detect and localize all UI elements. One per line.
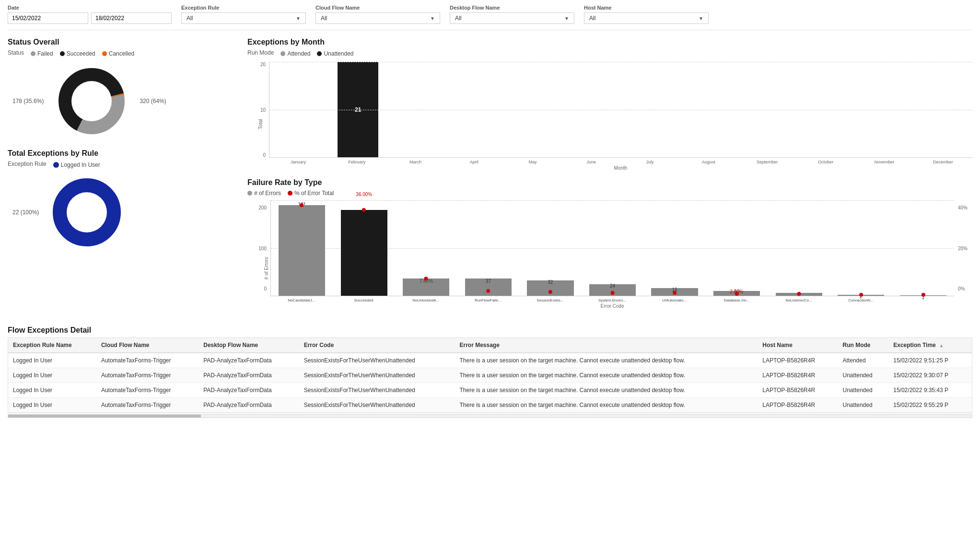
cancelled-dot	[102, 51, 107, 56]
exception-rule-dropdown[interactable]: All ▼	[181, 12, 306, 24]
x-label-april: April	[445, 160, 503, 164]
y-max: 20	[252, 62, 266, 67]
y-zero: 0	[252, 152, 266, 158]
exception-rule-label: Exception Rule	[181, 5, 306, 11]
x-system: System.Enviro...	[581, 298, 643, 302]
bar-no-unlocked: 7.40%	[395, 200, 457, 296]
y-0pct: 0%	[958, 286, 972, 291]
cell-error-code: SessionExistsForTheUserWhenUnattended	[299, 398, 455, 413]
bar-succeeded-rect	[341, 210, 387, 296]
exceptions-table: Exception Rule Name Cloud Flow Name Desk…	[8, 338, 972, 413]
date-from-input[interactable]	[8, 12, 88, 24]
table-header-row: Exception Rule Name Cloud Flow Name Desk…	[8, 338, 972, 353]
host-name-dropdown[interactable]: All ▼	[584, 12, 709, 24]
cell-host-name: LAPTOP-B5826R4R	[758, 353, 838, 368]
desktop-flow-value: All	[455, 15, 461, 22]
bar-chart-inner: Total	[269, 62, 972, 171]
desktop-flow-filter-group: Desktop Flow Name All ▼	[450, 5, 574, 24]
scroll-thumb[interactable]	[8, 415, 201, 417]
cell-exception-rule: Logged In User	[8, 383, 96, 398]
col-cloud-flow[interactable]: Cloud Flow Name	[96, 338, 198, 353]
bar-system-enviro: 24	[582, 200, 644, 296]
host-name-filter-group: Host Name All ▼	[584, 5, 709, 24]
x-label-september: September	[738, 160, 796, 164]
desktop-flow-dropdown[interactable]: All ▼	[450, 12, 574, 24]
sort-icon: ▲	[939, 343, 944, 348]
host-name-value: All	[589, 15, 595, 22]
legend-succeeded-label: Succeeded	[67, 50, 95, 57]
col-exception-time[interactable]: Exception Time ▲	[888, 338, 972, 353]
col-error-message[interactable]: Error Message	[455, 338, 758, 353]
legend-cancelled-label: Cancelled	[109, 50, 134, 57]
y-40pct: 40%	[958, 205, 972, 210]
table-header: Exception Rule Name Cloud Flow Name Desk…	[8, 338, 972, 353]
cloud-flow-dropdown[interactable]: All ▼	[315, 12, 440, 24]
cell-exception-rule: Logged In User	[8, 353, 96, 368]
legend-num-errors: # of Errors	[247, 190, 281, 197]
run-mode-legend: Run Mode Attended Unattended	[247, 49, 972, 58]
cell-exception-rule: Logged In User	[8, 398, 96, 413]
failure-inner-wrapper: # of Errors 191	[270, 200, 954, 309]
exceptions-chart-wrapper: 20 10 0 Total	[252, 62, 972, 171]
cell-cloud-flow: AutomateTaxForms-Trigger	[96, 353, 198, 368]
exceptions-by-month-title: Exceptions by Month	[247, 38, 972, 46]
bar-run-flow: 37	[457, 200, 520, 296]
y-20pct: 20%	[958, 246, 972, 251]
status-legend-label: Status	[8, 49, 24, 56]
chevron-down-icon: ▼	[296, 16, 301, 21]
y-100: 100	[252, 246, 267, 251]
col-desktop-flow[interactable]: Desktop Flow Name	[198, 338, 299, 353]
bar-database-count: 10	[734, 289, 739, 294]
cell-desktop-flow: PAD-AnalyzeTaxFormData	[198, 368, 299, 383]
donut-right-label: 320 (64%)	[140, 98, 166, 104]
cloud-flow-value: All	[321, 15, 327, 22]
legend-pct-error: % of Error Total	[288, 190, 334, 197]
pct-error-dot	[288, 191, 292, 196]
chevron-down-icon: ▼	[699, 16, 703, 21]
cell-error-code: SessionExistsForTheUserWhenUnattended	[299, 383, 455, 398]
exceptions-donut-container: 22 (100%)	[8, 174, 238, 251]
unattended-dot	[317, 51, 322, 56]
cell-desktop-flow: PAD-AnalyzeTaxFormData	[198, 353, 299, 368]
col-host-name[interactable]: Host Name	[758, 338, 838, 353]
legend-logged-in-user-label: Logged In User	[61, 162, 100, 168]
cell-exception-rule: Logged In User	[8, 368, 96, 383]
bar-database: 2.00% 10	[706, 200, 768, 296]
date-to-input[interactable]	[91, 12, 172, 24]
cloud-flow-label: Cloud Flow Name	[315, 5, 440, 11]
x-succeeded: Succeeded	[333, 298, 395, 302]
table-body: Logged In User AutomateTaxForms-Trigger …	[8, 353, 972, 413]
x-no-listener: NoListenerCo...	[768, 298, 830, 302]
x-label-may: May	[503, 160, 562, 164]
dashed-top-line	[269, 62, 972, 62]
failure-chart-wrapper: 200 100 0 40% 20% 0% # of Errors	[252, 200, 972, 309]
status-overall-title: Status Overall	[8, 38, 238, 46]
x-label-february: February	[327, 160, 386, 164]
x-no-candidate: NoCandidateJ...	[270, 298, 333, 302]
failure-rate-section: Failure Rate by Type # of Errors % of Er…	[247, 178, 972, 309]
date-label: Date	[8, 5, 172, 11]
table-row: Logged In User AutomateTaxForms-Trigger …	[8, 383, 972, 398]
y-axis-title: Total	[258, 119, 263, 129]
cell-desktop-flow: PAD-AnalyzeTaxFormData	[198, 383, 299, 398]
bar-no-unlocked-pct: 7.40%	[420, 278, 433, 284]
horizontal-scrollbar[interactable]	[8, 414, 972, 418]
failure-bar-area: 191 36.00% 180	[270, 200, 954, 296]
failed-dot	[31, 51, 35, 56]
filter-bar: Date Exception Rule All ▼ Cloud Flow Nam…	[8, 5, 972, 30]
cell-error-message: There is a user session on the target ma…	[455, 398, 758, 413]
exceptions-donut-svg	[48, 174, 125, 251]
donut-left-label: 178 (35.6%)	[12, 98, 44, 104]
col-error-code[interactable]: Error Code	[299, 338, 455, 353]
dashboard: Date Exception Rule All ▼ Cloud Flow Nam…	[0, 0, 980, 545]
bar-ui-automation: 16	[643, 200, 706, 296]
exceptions-table-container: Exception Rule Name Cloud Flow Name Desk…	[8, 337, 972, 413]
pct-error-label: % of Error Total	[294, 190, 334, 197]
col-exception-rule[interactable]: Exception Rule Name	[8, 338, 96, 353]
svg-point-5	[67, 192, 107, 232]
cell-exception-time: 15/02/2022 9:51:25 P	[888, 353, 972, 368]
flow-exceptions-title: Flow Exceptions Detail	[8, 326, 972, 335]
col-run-mode[interactable]: Run Mode	[838, 338, 889, 353]
x-label-december: December	[914, 160, 972, 164]
status-donut-container: 178 (35.6%) 320 (64%)	[8, 63, 238, 139]
